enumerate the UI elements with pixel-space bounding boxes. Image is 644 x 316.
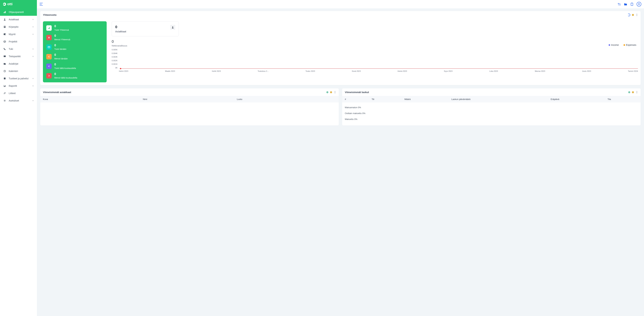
nav-item-raportit[interactable]: Raportit — [0, 82, 37, 90]
nav-item-liitteet[interactable]: Liitteet — [0, 90, 37, 97]
svg-rect-16 — [5, 34, 6, 34]
nav-label: Myynti — [9, 33, 16, 36]
stat-label: Menot tänään — [54, 57, 68, 60]
book-icon — [3, 55, 6, 58]
calc-icon — [3, 25, 6, 28]
status-dot-yellow[interactable] — [330, 91, 332, 93]
svg-rect-20 — [4, 86, 4, 86]
nav-item-myynti[interactable]: Myynti — [0, 30, 37, 38]
nav-label: Asiakkaat — [9, 18, 19, 21]
folder-icon — [3, 62, 6, 66]
brand-logo[interactable]: otti — [0, 0, 37, 8]
clipboard-icon[interactable] — [630, 2, 634, 6]
chevron-down-icon — [32, 78, 34, 79]
user-avatar[interactable] — [636, 2, 641, 6]
topbar — [37, 0, 644, 8]
legend-expenses: Expenses — [624, 44, 636, 46]
table-header: # — [342, 96, 369, 102]
x-tick: Loka 2023 — [489, 70, 498, 72]
stats-panel: 0Tulot Yhteensä0Menot Yhteensä0Tulot tän… — [43, 21, 107, 82]
refresh-icon[interactable] — [628, 14, 630, 16]
menu-toggle-icon[interactable] — [40, 3, 43, 6]
stat-icon — [46, 73, 52, 78]
recent-invoices-table: #TiliMääräLaskun päivämääräEräpäiväTila — [342, 96, 641, 102]
stat-label: Menot Yhteensä — [54, 38, 70, 41]
svg-point-14 — [4, 27, 5, 28]
nav-item-kalenteri[interactable]: Kalenteri — [0, 68, 37, 75]
svg-rect-22 — [5, 85, 6, 86]
stat-icon — [46, 64, 52, 69]
x-tick: Helmi 2023 — [119, 70, 128, 72]
nav-label: Asetukset — [9, 99, 19, 102]
pin-icon — [3, 92, 6, 95]
x-tick: Marras 2023 — [535, 70, 545, 72]
chevron-down-icon — [32, 85, 34, 86]
nav-item-asiakkaat[interactable]: Asiakkaat — [0, 16, 37, 23]
kebab-menu[interactable] — [636, 91, 638, 93]
recent-clients-title: Viimeisimmät asiakkaat — [43, 91, 71, 94]
svg-rect-28 — [631, 3, 633, 6]
nav-label: Projektit — [9, 40, 17, 43]
x-tick: Syys 2023 — [444, 70, 452, 72]
clock-icon — [3, 70, 6, 73]
svg-rect-4 — [4, 12, 4, 13]
nav-item-asiakirjat[interactable]: Asiakirjat — [0, 60, 37, 68]
svg-point-10 — [4, 27, 4, 27]
nav-item-ohjauspaneeli[interactable]: Ohjauspaneeli — [0, 8, 37, 16]
product-icon — [3, 77, 6, 80]
chevron-down-icon — [32, 26, 34, 27]
nav-item-kirjanpito[interactable]: Kirjanpito — [0, 23, 37, 30]
status-dot-green[interactable] — [326, 91, 328, 93]
nav-item-tuki[interactable]: Tuki — [0, 45, 37, 53]
stat-icon — [46, 25, 52, 31]
x-tick: Kesä 2023 — [352, 70, 361, 72]
nav-item-projektit[interactable]: Projektit — [0, 38, 37, 45]
svg-rect-29 — [632, 3, 632, 3]
stat-value: 0 — [54, 44, 66, 47]
recent-clients-card: Viimeisimmät asiakkaat KuvaNimiLuotu — [40, 88, 339, 126]
svg-point-24 — [618, 3, 619, 4]
legend-income: Income — [608, 44, 619, 46]
stat-icon — [46, 54, 52, 60]
stat-label: Tulot Yhteensä — [54, 29, 69, 31]
table-header: Tili — [369, 96, 402, 102]
status-dot-green[interactable] — [628, 91, 630, 93]
y-tick: 0.003K — [112, 56, 118, 58]
bars-icon — [3, 10, 6, 14]
user-icon — [170, 25, 175, 30]
svg-rect-32 — [49, 28, 49, 29]
kebab-menu[interactable] — [636, 14, 638, 16]
x-tick: Huhti 2023 — [212, 70, 221, 72]
nav-item-asetukset[interactable]: Asetukset — [0, 97, 37, 104]
folder-icon[interactable] — [624, 2, 627, 6]
toggles-icon[interactable] — [618, 2, 621, 6]
svg-rect-19 — [4, 78, 6, 78]
x-tick: Toukokuu 2... — [258, 70, 268, 72]
user-icon — [3, 18, 6, 21]
networth-chart: Income Expenses 0.005K0.004K0.003K0.002K… — [112, 49, 638, 72]
nav-item-tietopankki[interactable]: Tietopankki — [0, 53, 37, 60]
wallet-icon — [3, 32, 6, 36]
chart-icon — [3, 84, 6, 88]
box-icon — [3, 40, 6, 43]
overview-title: Yhteenveto — [43, 14, 56, 16]
gear-icon — [3, 99, 6, 102]
status-dot-yellow[interactable] — [632, 91, 634, 93]
invoice-status: Osittain maksettu 0% — [345, 110, 638, 116]
svg-point-36 — [172, 26, 173, 27]
stat-row: 0Menot Yhteensä — [46, 34, 103, 41]
chevron-down-icon — [32, 34, 34, 35]
stat-row: 0Menot tällä kuukaudella — [46, 72, 103, 79]
nav-item-tuotteet-ja-palvelut[interactable]: Tuotteet ja palvelut — [0, 75, 37, 82]
table-header: Eräpäivä — [548, 96, 605, 102]
status-dot-yellow[interactable] — [632, 14, 634, 16]
svg-point-11 — [4, 27, 5, 27]
kebab-menu[interactable] — [334, 91, 336, 93]
nav-label: Raportit — [9, 84, 17, 87]
svg-point-12 — [5, 27, 5, 27]
stat-value: 0 — [54, 63, 76, 66]
invoice-status: Maksamaton 0% — [345, 104, 638, 110]
clients-card: 0 Asiakkaat — [112, 21, 179, 36]
svg-point-7 — [4, 18, 5, 20]
recent-invoices-title: Viimeisimmät laskut — [345, 91, 369, 94]
